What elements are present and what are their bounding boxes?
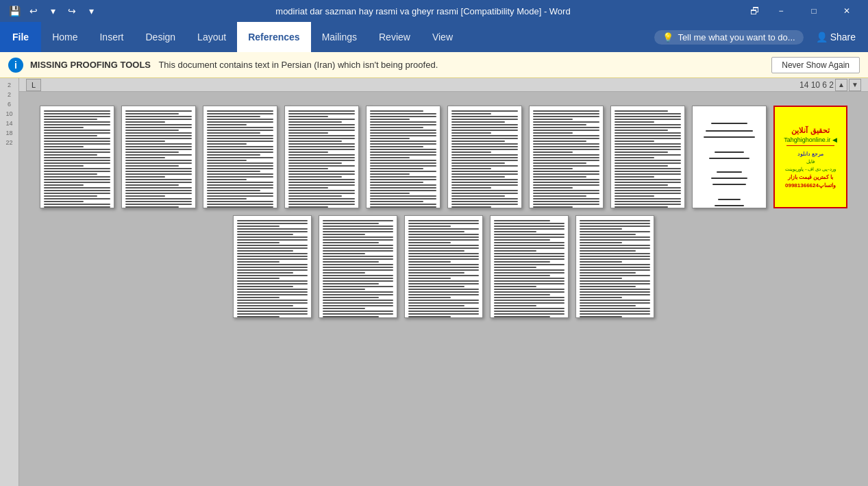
prev-page-button[interactable]: ▲ bbox=[835, 79, 847, 91]
tell-me-field[interactable]: 💡 Tell me what you want to do... bbox=[654, 30, 803, 45]
tab-home[interactable]: Home bbox=[41, 22, 88, 52]
next-page-button[interactable]: ▼ bbox=[849, 79, 861, 91]
notification-bar: i MISSING PROOFING TOOLS This document c… bbox=[0, 52, 868, 78]
share-label: Share bbox=[830, 32, 856, 42]
page-4[interactable] bbox=[284, 106, 359, 208]
page-1[interactable] bbox=[40, 106, 114, 208]
ruler-mark: 6 bbox=[8, 101, 11, 108]
ad-text2: ورد-پی دی اف - پاورپوینت bbox=[785, 167, 835, 172]
restore-window-button[interactable]: 🗗 bbox=[746, 2, 764, 20]
maximize-button[interactable]: □ bbox=[798, 0, 830, 22]
tab-file[interactable]: File bbox=[0, 22, 41, 52]
page-10-ad[interactable]: تحقیق آنلاین Tahghighonline.ir ◀ مرجع دا… bbox=[773, 106, 847, 208]
page-row-2 bbox=[40, 215, 847, 318]
ruler-mark: 14 bbox=[5, 120, 12, 127]
page-nav: 14 10 6 2 ▲ ▼ bbox=[799, 79, 861, 91]
title-bar-left: 💾 ↩ ▾ ↪ ▾ bbox=[5, 2, 100, 20]
tab-selector[interactable]: L bbox=[26, 79, 41, 91]
redo-button[interactable]: ↪ bbox=[63, 2, 81, 20]
page-numbers: 14 10 6 2 bbox=[799, 80, 834, 90]
ruler-mark: 2 bbox=[8, 82, 11, 88]
ruler-mark: 2 bbox=[8, 91, 11, 98]
tab-review[interactable]: Review bbox=[368, 22, 421, 52]
page-6[interactable] bbox=[447, 106, 522, 208]
tab-mailings[interactable]: Mailings bbox=[311, 22, 368, 52]
left-ruler: 2 2 6 10 14 18 22 bbox=[0, 78, 19, 486]
page-row-1: تحقیق آنلاین Tahghighonline.ir ◀ مرجع دا… bbox=[40, 106, 847, 208]
document-title: modiriat dar sazman hay rasmi va gheyr r… bbox=[100, 6, 746, 16]
ad-subtitle: مرجع دانلود bbox=[797, 151, 823, 157]
ruler-mark: 22 bbox=[5, 139, 12, 146]
ad-phone: 09981366624واتساپ bbox=[785, 182, 836, 189]
undo-button[interactable]: ↩ bbox=[25, 2, 42, 20]
page-14[interactable] bbox=[490, 215, 569, 318]
undo-dropdown[interactable]: ▾ bbox=[44, 2, 62, 20]
info-icon: i bbox=[8, 58, 23, 73]
close-button[interactable]: ✕ bbox=[831, 0, 863, 22]
tab-layout[interactable]: Layout bbox=[186, 22, 237, 52]
lightbulb-icon: 💡 bbox=[662, 32, 673, 42]
page-15[interactable] bbox=[575, 215, 654, 318]
tab-references[interactable]: References bbox=[237, 22, 311, 52]
title-bar-controls: 🗗 − □ ✕ bbox=[746, 0, 863, 22]
page-11[interactable] bbox=[233, 215, 312, 318]
top-ruler: L 14 10 6 2 ▲ ▼ bbox=[19, 78, 868, 92]
page-9[interactable] bbox=[692, 106, 767, 208]
notification-message: This document contains text in Persian (… bbox=[158, 60, 438, 70]
tab-view[interactable]: View bbox=[421, 22, 464, 52]
page-13[interactable] bbox=[404, 215, 483, 318]
page-3[interactable] bbox=[203, 106, 277, 208]
ribbon-right: 💡 Tell me what you want to do... 👤 Share bbox=[649, 22, 868, 52]
ad-website: Tahghighonline.ir ◀ bbox=[784, 136, 837, 143]
ad-text1: فایل bbox=[806, 159, 815, 165]
document-area: 2 2 6 10 14 18 22 L 14 10 6 2 ▲ ▼ bbox=[0, 78, 868, 486]
tell-me-text: Tell me what you want to do... bbox=[678, 32, 795, 42]
page-5[interactable] bbox=[366, 106, 441, 208]
tab-design[interactable]: Design bbox=[135, 22, 187, 52]
notification-title: MISSING PROOFING TOOLS bbox=[30, 60, 151, 70]
minimize-button[interactable]: − bbox=[765, 0, 797, 22]
notification-text: MISSING PROOFING TOOLS This document con… bbox=[30, 60, 765, 70]
ribbon: File Home Insert Design Layout Reference… bbox=[0, 22, 868, 52]
title-bar: 💾 ↩ ▾ ↪ ▾ modiriat dar sazman hay rasmi … bbox=[0, 0, 868, 22]
page-8[interactable] bbox=[610, 106, 685, 208]
ruler-mark: 10 bbox=[5, 110, 12, 117]
tab-insert[interactable]: Insert bbox=[88, 22, 134, 52]
share-button[interactable]: 👤 Share bbox=[809, 29, 863, 45]
ad-text3: با کمترین قیمت بازار bbox=[788, 174, 834, 180]
save-button[interactable]: 💾 bbox=[5, 2, 23, 20]
ad-title: تحقیق آنلاین bbox=[791, 125, 829, 135]
page-12[interactable] bbox=[319, 215, 397, 318]
page-7[interactable] bbox=[529, 106, 604, 208]
ruler-mark: 18 bbox=[5, 130, 12, 136]
page-2[interactable] bbox=[121, 106, 196, 208]
pages-container[interactable]: تحقیق آنلاین Tahghighonline.ir ◀ مرجع دا… bbox=[19, 92, 868, 486]
never-show-again-button[interactable]: Never Show Again bbox=[771, 57, 860, 73]
person-icon: 👤 bbox=[816, 32, 828, 42]
customize-button[interactable]: ▾ bbox=[82, 2, 100, 20]
quick-access-toolbar: 💾 ↩ ▾ ↪ ▾ bbox=[5, 2, 100, 20]
